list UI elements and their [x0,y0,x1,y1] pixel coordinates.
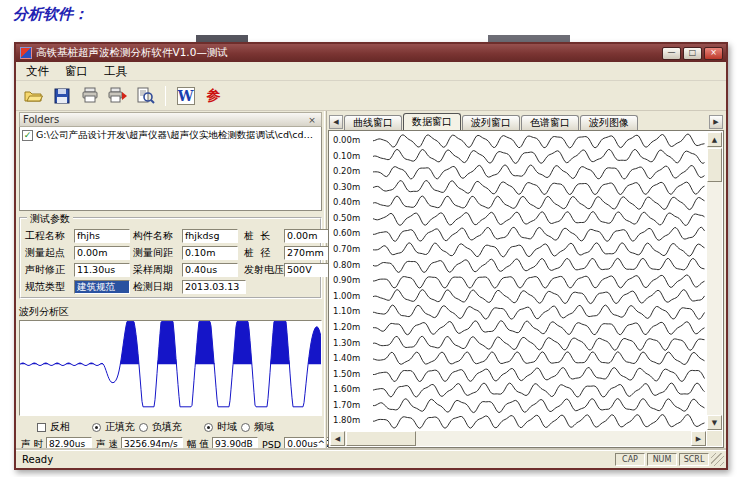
word-icon: W [177,87,195,105]
sample-period-label: 采样周期 [133,263,180,277]
print-export-icon [108,87,128,104]
menu-file[interactable]: 文件 [19,63,56,80]
tab-spectrum-window[interactable]: 色谱窗口 [521,115,579,130]
negative-fill-label: 负填充 [152,420,182,434]
time-correction-field[interactable]: 11.30us [74,263,130,277]
scroll-up-button[interactable]: ▲ [707,132,722,147]
depth-label: 1.50m [333,367,371,383]
measure-start-field[interactable]: 0.00m [74,246,130,260]
depth-label: 1.40m [333,351,371,367]
sample-period-field[interactable]: 0.40us [182,263,238,277]
depth-label: 1.20m [333,320,371,336]
menu-tools[interactable]: 工具 [97,63,134,80]
invert-checkbox[interactable] [37,423,46,432]
component-name-field[interactable]: fhjkdsg [182,229,238,243]
report-icon: 参 [207,87,221,105]
print-icon [81,87,99,104]
param-row: 声时修正 11.30us 采样周期 0.40us 发射电压 500V [25,261,316,278]
sound-time-value: 82.90us [46,437,92,451]
voltage-field[interactable]: 500V [284,263,329,277]
depth-label-column: 0.00m0.10m0.20m0.30m0.40m0.50m0.60m0.70m… [333,133,371,429]
tab-waveimage-window[interactable]: 波列图像 [580,115,638,130]
depth-label: 0.40m [333,195,371,211]
app-icon [20,47,32,59]
folders-panel-header: Folders × [19,112,322,127]
left-panel: Folders × ✓ G:\公司产品设计开发\超声仪器\超声仪实地检测数据调试… [16,111,324,450]
time-correction-label: 声时修正 [25,263,72,277]
right-arrow-icon: ▶ [713,118,718,126]
scroll-left-button[interactable]: ◀ [330,431,345,446]
print-button[interactable] [77,84,102,108]
wave-analysis-title: 波列分析区 [19,305,322,319]
scroll-right-button[interactable]: ▶ [691,431,706,446]
save-icon [53,87,71,105]
titlebar[interactable]: 高铁基桩超声波检测分析软件V1.0—测试 — □ × [16,44,726,62]
time-domain-radio[interactable] [204,423,213,432]
tab-curve-window[interactable]: 曲线窗口 [344,115,402,130]
tab-scroll-right-button[interactable]: ▶ [709,115,723,129]
negative-fill-radio[interactable] [139,423,148,432]
param-row: 工程名称 fhjhs 构件名称 fhjkdsg 桩 长 0.00m [25,227,316,244]
pile-diameter-label: 桩 径 [244,246,282,260]
sound-time-label: 声 时 [21,438,43,451]
word-export-button[interactable]: W [173,84,198,108]
minimize-icon: — [668,49,676,57]
close-button[interactable]: × [704,47,723,60]
tab-wavetrain-window[interactable]: 波列窗口 [462,115,520,130]
amplitude-value: 93.90dB [212,437,258,451]
freq-domain-label: 频域 [254,420,274,434]
close-icon: × [710,49,717,57]
resize-grip[interactable] [711,453,724,466]
vertical-scrollbar[interactable]: ▲ ▼ [707,132,722,430]
depth-label: 0.60m [333,226,371,242]
readouts-row: 声 时 82.90us 声 速 3256.94m/s 幅 值 93.90dB P… [19,437,322,451]
measure-interval-label: 测量间距 [133,246,180,260]
minimize-button[interactable]: — [662,47,681,60]
tree-item-checkbox[interactable]: ✓ [22,130,33,141]
tree-item[interactable]: ✓ G:\公司产品设计开发\超声仪器\超声仪实地检测数据调试\cd\cd03\c… [20,127,321,144]
menu-window[interactable]: 窗口 [58,63,95,80]
open-button[interactable] [21,84,46,108]
pile-length-field[interactable]: 0.00m [284,229,329,243]
trace-area[interactable] [373,133,705,429]
pile-diameter-field[interactable]: 270mm [284,246,329,260]
maximize-button[interactable]: □ [683,47,702,60]
freq-domain-radio[interactable] [241,423,250,432]
depth-label: 1.80m [333,413,371,429]
print-preview-button[interactable] [133,84,158,108]
horizontal-scrollbar[interactable]: ◀ ▶ [330,431,706,446]
main-area: Folders × ✓ G:\公司产品设计开发\超声仪器\超声仪实地检测数据调试… [16,111,726,450]
depth-label: 0.20m [333,164,371,180]
tab-scroll-left-button[interactable]: ◀ [329,115,343,129]
horizontal-scroll-track[interactable] [417,431,691,446]
tab-data-window[interactable]: 数据窗口 [403,113,461,130]
toolbar-separator [165,86,166,106]
sound-speed-label: 声 速 [96,438,118,451]
save-button[interactable] [49,84,74,108]
depth-label: 0.10m [333,149,371,165]
param-row: 规范类型 建筑规范 检测日期 2013.03.13 [25,278,316,295]
project-name-field[interactable]: fhjhs [74,229,130,243]
wavetrain-view: 0.00m0.10m0.20m0.30m0.40m0.50m0.60m0.70m… [328,130,724,448]
positive-fill-radio[interactable] [92,423,101,432]
wave-analysis-chart[interactable] [19,320,322,416]
print-export-button[interactable] [105,84,130,108]
folders-close-button[interactable]: × [306,115,318,125]
amplitude-label: 幅 值 [187,438,209,451]
left-arrow-icon: ◀ [333,118,338,126]
vertical-scroll-track[interactable] [707,183,722,415]
status-text: Ready [18,454,613,465]
test-date-field[interactable]: 2013.03.13 [182,280,246,294]
tree-item-path: G:\公司产品设计开发\超声仪器\超声仪实地检测数据调试\cd\cd03\cd0… [36,129,319,142]
report-button[interactable]: 参 [201,84,226,108]
depth-label: 0.30m [333,180,371,196]
depth-label: 0.50m [333,211,371,227]
project-name-label: 工程名称 [25,229,72,243]
scroll-down-button[interactable]: ▼ [707,415,722,430]
positive-fill-label: 正填充 [105,420,135,434]
horizontal-scroll-thumb[interactable] [346,431,416,446]
vertical-scroll-thumb[interactable] [707,148,722,182]
spec-type-field[interactable]: 建筑规范 [74,280,130,294]
depth-label: 0.90m [333,273,371,289]
measure-interval-field[interactable]: 0.10m [182,246,238,260]
